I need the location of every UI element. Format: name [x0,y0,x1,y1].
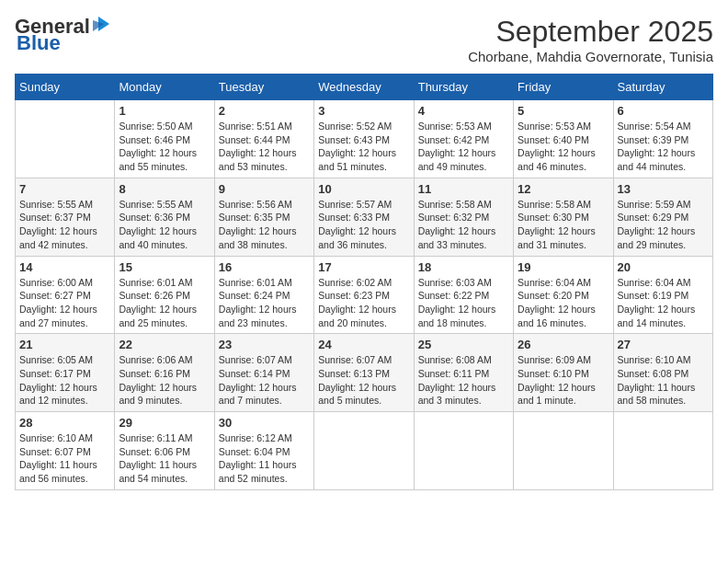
calendar-cell: 20Sunrise: 6:04 AM Sunset: 6:19 PM Dayli… [613,256,712,334]
calendar-week-4: 21Sunrise: 6:05 AM Sunset: 6:17 PM Dayli… [16,334,713,412]
day-info: Sunrise: 6:03 AM Sunset: 6:22 PM Dayligh… [418,277,496,328]
calendar-cell: 26Sunrise: 6:09 AM Sunset: 6:10 PM Dayli… [514,334,613,412]
day-number: 15 [119,260,210,274]
calendar-cell: 18Sunrise: 6:03 AM Sunset: 6:22 PM Dayli… [414,256,513,334]
calendar-cell: 22Sunrise: 6:06 AM Sunset: 6:16 PM Dayli… [115,334,214,412]
day-info: Sunrise: 6:07 AM Sunset: 6:14 PM Dayligh… [219,354,297,406]
title-block: September 2025 Chorbane, Mahdia Governor… [468,15,713,64]
day-number: 1 [119,104,210,118]
header-cell-sunday: Sunday [16,75,115,100]
calendar-cell: 8Sunrise: 5:55 AM Sunset: 6:36 PM Daylig… [115,178,214,256]
day-info: Sunrise: 6:01 AM Sunset: 6:26 PM Dayligh… [119,277,197,328]
calendar-week-3: 14Sunrise: 6:00 AM Sunset: 6:27 PM Dayli… [16,256,713,334]
calendar-cell: 13Sunrise: 5:59 AM Sunset: 6:29 PM Dayli… [613,178,712,256]
day-number: 14 [19,260,110,274]
day-number: 2 [219,104,310,118]
calendar-cell [514,412,613,490]
day-info: Sunrise: 6:10 AM Sunset: 6:08 PM Dayligh… [618,354,696,406]
day-number: 17 [318,260,409,274]
day-number: 10 [318,182,409,196]
day-number: 30 [219,416,310,430]
day-info: Sunrise: 5:55 AM Sunset: 6:37 PM Dayligh… [19,199,97,250]
day-number: 6 [618,104,709,118]
day-number: 28 [19,416,110,430]
day-info: Sunrise: 5:58 AM Sunset: 6:32 PM Dayligh… [418,199,496,250]
month-title: September 2025 [468,15,713,49]
day-number: 8 [119,182,210,196]
calendar-cell: 17Sunrise: 6:02 AM Sunset: 6:23 PM Dayli… [314,256,414,334]
logo-text-blue: Blue [15,31,61,55]
day-info: Sunrise: 5:55 AM Sunset: 6:36 PM Dayligh… [119,199,197,250]
day-number: 16 [219,260,310,274]
calendar-cell [314,412,414,490]
logo: General Blue [15,15,111,55]
calendar-cell: 27Sunrise: 6:10 AM Sunset: 6:08 PM Dayli… [613,334,712,412]
day-info: Sunrise: 5:54 AM Sunset: 6:39 PM Dayligh… [618,121,696,172]
calendar-cell: 10Sunrise: 5:57 AM Sunset: 6:33 PM Dayli… [314,178,414,256]
day-info: Sunrise: 6:12 AM Sunset: 6:04 PM Dayligh… [219,432,297,484]
day-number: 25 [418,338,509,351]
day-number: 26 [518,338,609,351]
calendar-cell: 1Sunrise: 5:50 AM Sunset: 6:46 PM Daylig… [115,100,214,178]
day-info: Sunrise: 6:10 AM Sunset: 6:07 PM Dayligh… [19,432,97,484]
calendar-cell: 15Sunrise: 6:01 AM Sunset: 6:26 PM Dayli… [115,256,214,334]
day-info: Sunrise: 6:11 AM Sunset: 6:06 PM Dayligh… [119,432,197,484]
day-number: 12 [518,182,609,196]
day-number: 22 [119,338,210,351]
calendar-cell [414,412,513,490]
calendar-week-1: 1Sunrise: 5:50 AM Sunset: 6:46 PM Daylig… [16,100,713,178]
day-number: 29 [119,416,210,430]
calendar-cell: 11Sunrise: 5:58 AM Sunset: 6:32 PM Dayli… [414,178,513,256]
day-info: Sunrise: 6:05 AM Sunset: 6:17 PM Dayligh… [19,354,97,406]
day-info: Sunrise: 6:04 AM Sunset: 6:20 PM Dayligh… [518,277,596,328]
page-header: General Blue September 2025 Chorbane, Ma… [15,15,713,64]
header-row: SundayMondayTuesdayWednesdayThursdayFrid… [16,75,713,100]
calendar-cell: 6Sunrise: 5:54 AM Sunset: 6:39 PM Daylig… [613,100,712,178]
day-number: 11 [418,182,509,196]
day-number: 19 [518,260,609,274]
calendar-cell: 5Sunrise: 5:53 AM Sunset: 6:40 PM Daylig… [514,100,613,178]
day-number: 18 [418,260,509,274]
calendar-cell: 28Sunrise: 6:10 AM Sunset: 6:07 PM Dayli… [16,412,115,490]
day-number: 23 [219,338,310,351]
day-info: Sunrise: 5:53 AM Sunset: 6:42 PM Dayligh… [418,121,496,172]
header-cell-tuesday: Tuesday [214,75,313,100]
day-number: 27 [618,338,709,351]
header-cell-friday: Friday [514,75,613,100]
calendar-cell: 12Sunrise: 5:58 AM Sunset: 6:30 PM Dayli… [514,178,613,256]
day-number: 9 [219,182,310,196]
day-info: Sunrise: 5:52 AM Sunset: 6:43 PM Dayligh… [318,121,396,172]
day-info: Sunrise: 6:06 AM Sunset: 6:16 PM Dayligh… [119,354,197,406]
logo-icon [91,15,111,35]
calendar-cell: 29Sunrise: 6:11 AM Sunset: 6:06 PM Dayli… [115,412,214,490]
calendar-table: SundayMondayTuesdayWednesdayThursdayFrid… [15,74,713,490]
day-info: Sunrise: 5:56 AM Sunset: 6:35 PM Dayligh… [219,199,297,250]
day-number: 21 [19,338,110,351]
calendar-cell: 19Sunrise: 6:04 AM Sunset: 6:20 PM Dayli… [514,256,613,334]
day-info: Sunrise: 6:07 AM Sunset: 6:13 PM Dayligh… [318,354,396,406]
day-number: 7 [19,182,110,196]
location-title: Chorbane, Mahdia Governorate, Tunisia [468,49,713,64]
day-number: 3 [318,104,409,118]
calendar-cell: 2Sunrise: 5:51 AM Sunset: 6:44 PM Daylig… [214,100,313,178]
calendar-cell: 23Sunrise: 6:07 AM Sunset: 6:14 PM Dayli… [214,334,313,412]
calendar-cell [613,412,712,490]
day-number: 4 [418,104,509,118]
calendar-cell: 30Sunrise: 6:12 AM Sunset: 6:04 PM Dayli… [214,412,313,490]
calendar-cell: 9Sunrise: 5:56 AM Sunset: 6:35 PM Daylig… [214,178,313,256]
day-info: Sunrise: 5:50 AM Sunset: 6:46 PM Dayligh… [119,121,197,172]
header-cell-monday: Monday [115,75,214,100]
day-info: Sunrise: 5:51 AM Sunset: 6:44 PM Dayligh… [219,121,297,172]
day-info: Sunrise: 5:57 AM Sunset: 6:33 PM Dayligh… [318,199,396,250]
calendar-cell: 7Sunrise: 5:55 AM Sunset: 6:37 PM Daylig… [16,178,115,256]
calendar-cell: 21Sunrise: 6:05 AM Sunset: 6:17 PM Dayli… [16,334,115,412]
calendar-cell: 16Sunrise: 6:01 AM Sunset: 6:24 PM Dayli… [214,256,313,334]
calendar-week-5: 28Sunrise: 6:10 AM Sunset: 6:07 PM Dayli… [16,412,713,490]
day-info: Sunrise: 6:04 AM Sunset: 6:19 PM Dayligh… [618,277,696,328]
day-info: Sunrise: 6:09 AM Sunset: 6:10 PM Dayligh… [518,354,596,406]
calendar-cell: 24Sunrise: 6:07 AM Sunset: 6:13 PM Dayli… [314,334,414,412]
day-number: 5 [518,104,609,118]
day-number: 24 [318,338,409,351]
day-info: Sunrise: 5:53 AM Sunset: 6:40 PM Dayligh… [518,121,596,172]
day-info: Sunrise: 5:58 AM Sunset: 6:30 PM Dayligh… [518,199,596,250]
